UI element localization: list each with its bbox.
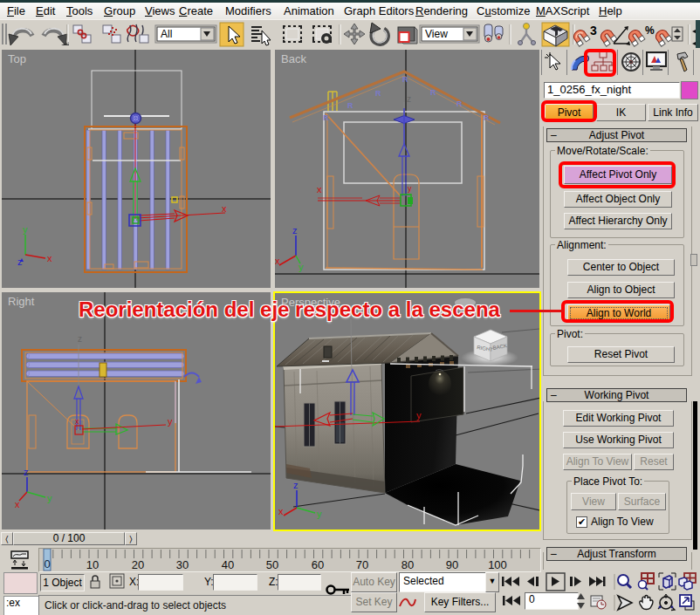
svg-text:y: y (299, 262, 304, 272)
svg-text:3: 3 (590, 24, 597, 38)
svg-text:y: y (168, 416, 173, 427)
svg-text:x: x (317, 184, 322, 195)
svg-text:R: R (323, 113, 329, 122)
svg-text:x: x (275, 256, 280, 266)
svg-text:60: 60 (312, 558, 324, 571)
svg-text:z: z (293, 480, 299, 490)
svg-text:x: x (75, 417, 79, 426)
svg-text:R: R (402, 75, 408, 84)
svg-text:y: y (416, 410, 422, 420)
svg-text:100: 100 (488, 558, 507, 571)
svg-text:y: y (47, 493, 52, 503)
svg-text:80: 80 (401, 558, 414, 571)
svg-text:0: 0 (44, 557, 50, 571)
svg-text:30: 30 (176, 558, 189, 571)
svg-text:All: All (161, 28, 172, 40)
svg-text:90: 90 (446, 558, 458, 571)
svg-text:z: z (292, 225, 298, 236)
svg-text:R: R (484, 113, 490, 122)
svg-text:x: x (15, 499, 20, 509)
svg-text:R: R (375, 89, 381, 98)
svg-text:y: y (408, 184, 412, 193)
svg-text:z: z (407, 94, 411, 104)
svg-text:View: View (425, 28, 448, 40)
svg-text:%: % (645, 24, 655, 37)
svg-text:R: R (430, 88, 436, 97)
svg-text:y: y (23, 224, 28, 235)
svg-text:z: z (78, 334, 82, 344)
svg-text:x: x (222, 203, 227, 214)
svg-text:10: 10 (86, 558, 99, 571)
svg-text:R: R (456, 99, 463, 108)
svg-text:20: 20 (132, 558, 144, 571)
svg-text:x: x (47, 253, 52, 263)
svg-text:z: z (24, 467, 29, 477)
svg-text:y: y (317, 509, 322, 519)
svg-text:40: 40 (222, 558, 234, 571)
svg-text:70: 70 (356, 558, 368, 571)
svg-text:z: z (17, 256, 23, 267)
svg-text:x: x (278, 506, 284, 516)
svg-text:R: R (347, 101, 353, 110)
svg-text:50: 50 (266, 558, 278, 571)
